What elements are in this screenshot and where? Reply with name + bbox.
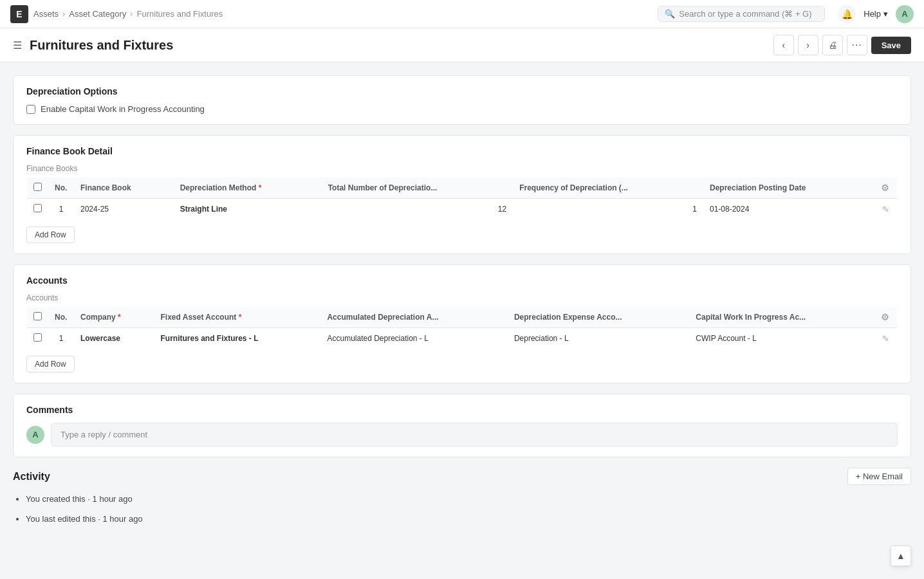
finance-col-frequency: Frequency of Depreciation (... <box>513 178 703 199</box>
finance-col-finance-book: Finance Book <box>74 178 174 199</box>
finance-settings-gear-icon[interactable]: ⚙ <box>881 183 889 193</box>
accounts-title: Accounts <box>26 275 898 286</box>
accounts-add-row-button[interactable]: Add Row <box>26 356 75 372</box>
enable-cwip-checkbox[interactable] <box>26 105 35 114</box>
header-actions: ‹ › 🖨 ··· Save <box>773 35 911 55</box>
accounts-row-1-cwip[interactable]: CWIP Account - L <box>689 328 874 349</box>
activity-item-1: You created this · 1 hour ago <box>26 493 911 506</box>
accounts-row-1-edit-icon[interactable]: ✎ <box>882 334 889 344</box>
help-label: Help <box>864 9 881 19</box>
accounts-col-settings: ⚙ <box>874 307 898 328</box>
accounts-row-1-company[interactable]: Lowercase <box>74 328 154 349</box>
save-button[interactable]: Save <box>871 37 911 54</box>
help-button[interactable]: Help ▾ <box>864 9 888 19</box>
accounts-col-no: No. <box>48 307 74 328</box>
chevron-down-icon: ▾ <box>883 9 888 19</box>
comment-area: A Type a reply / comment <box>26 423 898 446</box>
accounts-col-check <box>27 307 49 328</box>
page-header: ☰ Furnitures and Fixtures ‹ › 🖨 ··· Save <box>0 28 924 62</box>
finance-row-1: 1 2024-25 Straight Line 12 1 01-08-2024 … <box>27 199 898 220</box>
accounts-col-company: Company <box>74 307 154 328</box>
accounts-row-1-check[interactable] <box>27 328 49 349</box>
finance-col-total-number: Total Number of Depreciatio... <box>322 178 513 199</box>
accounts-row-1-edit[interactable]: ✎ <box>874 328 898 349</box>
new-email-label: + New Email <box>856 472 903 481</box>
depreciation-options-title: Depreciation Options <box>26 86 898 96</box>
finance-row-1-finance-book[interactable]: 2024-25 <box>74 199 174 220</box>
print-button[interactable]: 🖨 <box>822 35 843 55</box>
finance-row-1-check[interactable] <box>27 199 49 220</box>
breadcrumb-assets[interactable]: Assets <box>33 9 59 19</box>
finance-books-table: No. Finance Book Depreciation Method Tot… <box>26 177 898 220</box>
menu-icon[interactable]: ☰ <box>13 39 22 51</box>
activity-title: Activity <box>13 471 50 482</box>
search-bar[interactable]: 🔍 Search or type a command (⌘ + G) <box>658 6 825 22</box>
accounts-section: Accounts Accounts No. Company Fixed Asse… <box>13 264 911 383</box>
finance-row-1-frequency[interactable]: 1 <box>513 199 703 220</box>
app-logo: E <box>10 5 28 23</box>
accounts-col-cwip: Capital Work In Progress Ac... <box>689 307 874 328</box>
depreciation-options-section: Depreciation Options Enable Capital Work… <box>13 75 911 125</box>
enable-cwip-checkbox-row[interactable]: Enable Capital Work in Progress Accounti… <box>26 104 898 114</box>
finance-row-1-edit-icon[interactable]: ✎ <box>882 205 889 214</box>
main-content: Depreciation Options Enable Capital Work… <box>0 62 924 546</box>
finance-col-check <box>27 178 49 199</box>
comment-input[interactable]: Type a reply / comment <box>51 423 898 446</box>
accounts-row-1: 1 Lowercase Furnitures and Fixtures - L … <box>27 328 898 349</box>
finance-books-sub-label: Finance Books <box>26 164 898 173</box>
accounts-col-accumulated-dep: Accumulated Depreciation A... <box>320 307 507 328</box>
finance-col-settings: ⚙ <box>874 178 898 199</box>
top-navigation: E Assets › Asset Category › Furnitures a… <box>0 0 924 28</box>
page-title: Furnitures and Fixtures <box>30 38 173 53</box>
finance-select-all[interactable] <box>33 183 42 191</box>
avatar[interactable]: A <box>896 5 914 23</box>
breadcrumb-current: Furnitures and Fixtures <box>137 9 223 19</box>
notification-icon[interactable]: 🔔 <box>838 5 856 23</box>
activity-item-2: You last edited this · 1 hour ago <box>26 513 911 526</box>
accounts-row-1-checkbox[interactable] <box>33 333 42 342</box>
accounts-settings-gear-icon[interactable]: ⚙ <box>881 312 889 322</box>
accounts-col-dep-expense: Depreciation Expense Acco... <box>508 307 689 328</box>
finance-col-posting-date: Depreciation Posting Date <box>703 178 874 199</box>
more-options-button[interactable]: ··· <box>847 35 867 55</box>
finance-book-detail-section: Finance Book Detail Finance Books No. Fi… <box>13 135 911 254</box>
finance-row-1-total-number[interactable]: 12 <box>322 199 513 220</box>
breadcrumb: Assets › Asset Category › Furnitures and… <box>33 9 223 19</box>
finance-add-row-button[interactable]: Add Row <box>26 226 75 243</box>
accounts-row-1-accumulated-dep[interactable]: Accumulated Depreciation - L <box>320 328 507 349</box>
accounts-row-1-dep-expense[interactable]: Depreciation - L <box>508 328 689 349</box>
activity-section: Activity + New Email You created this · … <box>13 468 911 526</box>
comments-section: Comments A Type a reply / comment <box>13 394 911 457</box>
accounts-sub-label: Accounts <box>26 293 898 302</box>
accounts-select-all[interactable] <box>33 312 42 320</box>
next-button[interactable]: › <box>798 35 818 55</box>
finance-row-1-posting-date[interactable]: 01-08-2024 <box>703 199 874 220</box>
breadcrumb-sep-2: › <box>130 9 133 19</box>
prev-button[interactable]: ‹ <box>773 35 794 55</box>
finance-book-detail-title: Finance Book Detail <box>26 146 898 156</box>
finance-row-1-no: 1 <box>48 199 74 220</box>
accounts-row-1-no: 1 <box>48 328 74 349</box>
comment-avatar: A <box>26 426 44 444</box>
finance-row-1-depreciation-method[interactable]: Straight Line <box>174 199 322 220</box>
finance-col-depreciation-method: Depreciation Method <box>174 178 322 199</box>
finance-row-1-edit[interactable]: ✎ <box>874 199 898 220</box>
accounts-col-fixed-asset: Fixed Asset Account <box>154 307 321 328</box>
finance-col-no: No. <box>48 178 74 199</box>
breadcrumb-sep-1: › <box>62 9 65 19</box>
accounts-table: No. Company Fixed Asset Account Accumula… <box>26 306 898 349</box>
search-icon: 🔍 <box>665 9 675 19</box>
enable-cwip-label: Enable Capital Work in Progress Accounti… <box>41 104 205 114</box>
comments-title: Comments <box>26 405 898 415</box>
topnav-right: 🔔 Help ▾ A <box>838 5 914 23</box>
search-placeholder-text: Search or type a command (⌘ + G) <box>679 9 811 19</box>
new-email-button[interactable]: + New Email <box>847 468 911 485</box>
activity-header: Activity + New Email <box>13 468 911 485</box>
breadcrumb-asset-category[interactable]: Asset Category <box>69 9 126 19</box>
accounts-row-1-fixed-asset[interactable]: Furnitures and Fixtures - L <box>154 328 321 349</box>
activity-list: You created this · 1 hour ago You last e… <box>13 493 911 526</box>
finance-row-1-checkbox[interactable] <box>33 204 42 212</box>
